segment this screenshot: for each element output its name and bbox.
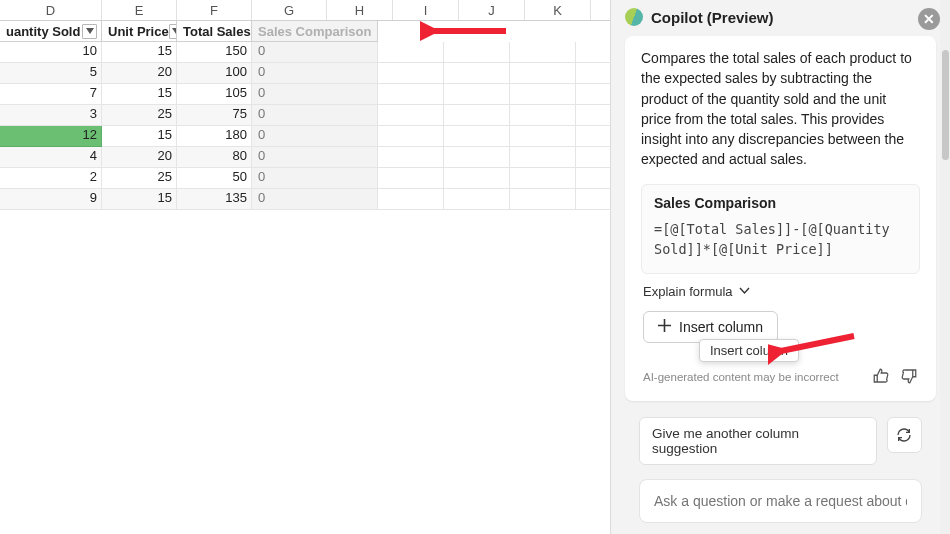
cell[interactable]: [444, 42, 510, 63]
cell[interactable]: [510, 126, 576, 147]
cell[interactable]: 10: [0, 42, 102, 63]
data-rows[interactable]: 1015150052010007151050325750121518004208…: [0, 42, 610, 210]
cell[interactable]: 0: [252, 63, 378, 84]
scrollbar[interactable]: [940, 0, 950, 534]
cell[interactable]: [510, 105, 576, 126]
cell[interactable]: [576, 147, 610, 168]
cell[interactable]: 7: [0, 84, 102, 105]
cell[interactable]: 20: [102, 63, 177, 84]
cell[interactable]: [510, 84, 576, 105]
cell[interactable]: 4: [0, 147, 102, 168]
th-label: Unit Price: [108, 24, 169, 39]
cell[interactable]: [444, 189, 510, 210]
cell[interactable]: [510, 168, 576, 189]
cell[interactable]: [444, 105, 510, 126]
cell[interactable]: 0: [252, 84, 378, 105]
cell[interactable]: 0: [252, 105, 378, 126]
table-row[interactable]: 420800: [0, 147, 610, 168]
close-button[interactable]: ✕: [918, 8, 940, 30]
cell[interactable]: 150: [177, 42, 252, 63]
cell[interactable]: [378, 42, 444, 63]
cell[interactable]: [576, 105, 610, 126]
table-row[interactable]: 325750: [0, 105, 610, 126]
cell[interactable]: 15: [102, 84, 177, 105]
cell[interactable]: [576, 168, 610, 189]
cell[interactable]: [444, 126, 510, 147]
thumbs-down-icon[interactable]: [900, 367, 918, 387]
cell[interactable]: [378, 105, 444, 126]
cell[interactable]: [444, 168, 510, 189]
cell[interactable]: [510, 42, 576, 63]
table-row[interactable]: 12151800: [0, 126, 610, 147]
cell[interactable]: [576, 63, 610, 84]
cell[interactable]: 180: [177, 126, 252, 147]
cell[interactable]: [378, 147, 444, 168]
spreadsheet-grid[interactable]: D E F G H I J K uantity Sold Unit Price …: [0, 0, 610, 534]
cell[interactable]: 0: [252, 147, 378, 168]
table-row[interactable]: 10151500: [0, 42, 610, 63]
cell[interactable]: [444, 84, 510, 105]
col-header-D[interactable]: D: [0, 0, 102, 20]
th-quantity-sold[interactable]: uantity Sold: [0, 21, 102, 42]
cell[interactable]: 3: [0, 105, 102, 126]
col-header-J[interactable]: J: [459, 0, 525, 20]
cell[interactable]: [510, 63, 576, 84]
ask-input[interactable]: [654, 493, 907, 509]
ask-input-area[interactable]: [639, 479, 922, 523]
cell[interactable]: [576, 84, 610, 105]
cell[interactable]: 100: [177, 63, 252, 84]
cell[interactable]: [510, 189, 576, 210]
cell[interactable]: 50: [177, 168, 252, 189]
filter-icon[interactable]: [82, 24, 97, 39]
formula-code: =[@[Total Sales]]-[@[Quantity Sold]]*[@[…: [654, 219, 907, 260]
cell[interactable]: [444, 63, 510, 84]
cell[interactable]: [378, 168, 444, 189]
cell[interactable]: 0: [252, 126, 378, 147]
cell[interactable]: [576, 189, 610, 210]
cell[interactable]: [378, 63, 444, 84]
cell[interactable]: 20: [102, 147, 177, 168]
cell[interactable]: [576, 42, 610, 63]
col-header-H[interactable]: H: [327, 0, 393, 20]
cell[interactable]: 75: [177, 105, 252, 126]
filter-icon[interactable]: [169, 24, 177, 39]
cell[interactable]: 0: [252, 168, 378, 189]
col-header-G[interactable]: G: [252, 0, 327, 20]
col-header-F[interactable]: F: [177, 0, 252, 20]
col-header-K[interactable]: K: [525, 0, 591, 20]
cell[interactable]: [378, 84, 444, 105]
th-total-sales[interactable]: Total Sales: [177, 21, 252, 42]
scrollbar-thumb[interactable]: [942, 50, 949, 160]
cell[interactable]: 105: [177, 84, 252, 105]
table-row[interactable]: 9151350: [0, 189, 610, 210]
cell[interactable]: 25: [102, 168, 177, 189]
th-unit-price[interactable]: Unit Price: [102, 21, 177, 42]
refresh-button[interactable]: [887, 417, 922, 453]
cell[interactable]: 15: [102, 42, 177, 63]
col-header-I[interactable]: I: [393, 0, 459, 20]
th-ghost-sales-comparison[interactable]: Sales Comparison: [252, 21, 378, 42]
explain-formula-link[interactable]: Explain formula: [641, 274, 920, 303]
cell[interactable]: 0: [252, 189, 378, 210]
col-header-E[interactable]: E: [102, 0, 177, 20]
table-row[interactable]: 225500: [0, 168, 610, 189]
cell[interactable]: 80: [177, 147, 252, 168]
cell[interactable]: 5: [0, 63, 102, 84]
table-row[interactable]: 7151050: [0, 84, 610, 105]
cell[interactable]: 2: [0, 168, 102, 189]
cell[interactable]: [378, 189, 444, 210]
cell[interactable]: 15: [102, 126, 177, 147]
cell[interactable]: [378, 126, 444, 147]
suggest-chip[interactable]: Give me another column suggestion: [639, 417, 877, 465]
thumbs-up-icon[interactable]: [872, 367, 890, 387]
cell[interactable]: [444, 147, 510, 168]
cell[interactable]: [510, 147, 576, 168]
table-row[interactable]: 5201000: [0, 63, 610, 84]
cell[interactable]: 0: [252, 42, 378, 63]
cell[interactable]: 9: [0, 189, 102, 210]
cell[interactable]: 15: [102, 189, 177, 210]
cell[interactable]: [576, 126, 610, 147]
cell[interactable]: 135: [177, 189, 252, 210]
cell[interactable]: 12: [0, 126, 102, 147]
cell[interactable]: 25: [102, 105, 177, 126]
